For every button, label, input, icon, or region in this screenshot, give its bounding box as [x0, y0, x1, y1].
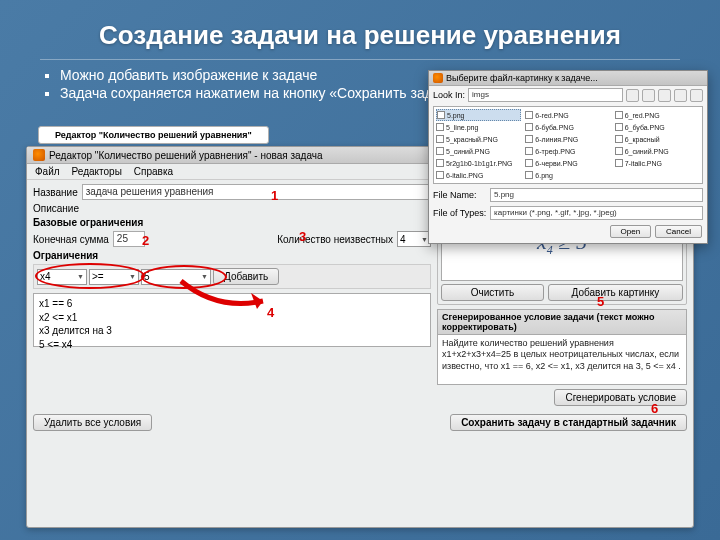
name-input[interactable]: задача решения уравнения: [82, 184, 431, 200]
constraints-list[interactable]: x1 == 6 x2 <= x1 x3 делится на 3 5 <= x4: [33, 293, 431, 347]
file-label: 5_красный.PNG: [446, 136, 498, 143]
save-task-button[interactable]: Сохранить задачу в стандартный задачник: [450, 414, 687, 431]
file-type-label: File of Types:: [433, 208, 487, 218]
constraint-item: x2 <= x1: [39, 311, 425, 325]
unknowns-select[interactable]: 4▼: [397, 231, 431, 247]
file-label: 6-буба.PNG: [535, 124, 574, 131]
dialog-title: Выберите файл-картинку к задаче...: [446, 73, 598, 83]
file-label: 5_line.png: [446, 124, 478, 131]
file-icon: [615, 135, 623, 143]
file-label: 5.png: [447, 112, 465, 119]
unknowns-label: Количество неизвестных: [277, 234, 393, 245]
file-item[interactable]: 6-треф.PNG: [525, 145, 610, 157]
file-item[interactable]: 5.png: [436, 109, 521, 121]
var-select[interactable]: x4▼: [37, 269, 87, 285]
delete-all-button[interactable]: Удалить все условия: [33, 414, 152, 431]
base-constraints-header: Базовые ограничения: [33, 217, 431, 228]
constraints-header: Ограничения: [33, 250, 431, 261]
file-item[interactable]: 6_red.PNG: [615, 109, 700, 121]
java-icon: [433, 73, 443, 83]
file-type-select[interactable]: картинки (*.png, *.gif, *.jpg, *.jpeg): [490, 206, 703, 220]
file-icon: [525, 111, 533, 119]
file-label: 6-линия.PNG: [535, 136, 578, 143]
editor-tab[interactable]: Редактор "Количество решений уравнения": [38, 126, 269, 144]
look-in-select[interactable]: imgs: [468, 88, 623, 102]
detail-view-icon[interactable]: [690, 89, 703, 102]
file-item[interactable]: 6.png: [525, 169, 610, 181]
up-folder-icon[interactable]: [626, 89, 639, 102]
constraint-item: 5 <= x4: [39, 338, 425, 352]
separator: [40, 59, 680, 60]
file-label: 6-red.PNG: [535, 112, 568, 119]
cancel-button[interactable]: Cancel: [655, 225, 702, 238]
dialog-titlebar: Выберите файл-картинку к задаче...: [429, 71, 707, 86]
file-label: 6_red.PNG: [625, 112, 660, 119]
desc-label: Описание: [33, 203, 79, 214]
file-item[interactable]: 5_line.png: [436, 121, 521, 133]
new-folder-icon[interactable]: [658, 89, 671, 102]
operator-select[interactable]: >=▼: [89, 269, 139, 285]
file-label: 6_буба.PNG: [625, 124, 665, 131]
endsum-input[interactable]: 25: [113, 231, 145, 247]
value-select[interactable]: 5▼: [141, 269, 211, 285]
open-button[interactable]: Open: [610, 225, 652, 238]
constraint-builder: x4▼ >=▼ 5▼ Добавить: [33, 264, 431, 289]
menu-editors[interactable]: Редакторы: [72, 166, 122, 177]
java-icon: [33, 149, 45, 161]
file-item[interactable]: 6-red.PNG: [525, 109, 610, 121]
file-label: 6.png: [535, 172, 553, 179]
file-icon: [436, 171, 444, 179]
add-picture-button[interactable]: Добавить картинку: [548, 284, 683, 301]
endsum-label: Конечная сумма: [33, 234, 109, 245]
file-label: 6-черви.PNG: [535, 160, 577, 167]
file-label: 5_синий.PNG: [446, 148, 490, 155]
menu-help[interactable]: Справка: [134, 166, 173, 177]
file-item[interactable]: 6-черви.PNG: [525, 157, 610, 169]
file-label: 6_красный: [625, 136, 660, 143]
file-icon: [436, 147, 444, 155]
file-list[interactable]: 5.png6-red.PNG6_red.PNG5_line.png6-буба.…: [433, 106, 703, 184]
file-item[interactable]: 6_буба.PNG: [615, 121, 700, 133]
look-in-label: Look In:: [433, 90, 465, 100]
file-icon: [525, 171, 533, 179]
file-icon: [615, 111, 623, 119]
file-item[interactable]: 6_красный: [615, 133, 700, 145]
generated-text-area[interactable]: Найдите количество решений уравнения x1+…: [437, 335, 687, 385]
file-label: 6-italic.PNG: [446, 172, 483, 179]
clear-picture-button[interactable]: Очистить: [441, 284, 544, 301]
left-column: Название задача решения уравнения Описан…: [33, 184, 431, 406]
file-icon: [436, 123, 444, 131]
file-item[interactable]: 6_синий.PNG: [615, 145, 700, 157]
add-constraint-button[interactable]: Добавить: [213, 268, 279, 285]
file-item[interactable]: 6-линия.PNG: [525, 133, 610, 145]
constraint-item: x1 == 6: [39, 297, 425, 311]
file-icon: [525, 147, 533, 155]
menu-file[interactable]: Файл: [35, 166, 60, 177]
file-chooser-dialog: Выберите файл-картинку к задаче... Look …: [428, 70, 708, 244]
file-item[interactable]: 5r2g1b0-1b1g1r.PNG: [436, 157, 521, 169]
file-icon: [437, 111, 445, 119]
file-icon: [615, 147, 623, 155]
file-label: 5r2g1b0-1b1g1r.PNG: [446, 160, 513, 167]
file-icon: [525, 159, 533, 167]
file-item[interactable]: 6-буба.PNG: [525, 121, 610, 133]
constraint-item: x3 делится на 3: [39, 324, 425, 338]
generated-text-header: Сгенерированное условие задачи (текст мо…: [437, 309, 687, 335]
file-label: 6-треф.PNG: [535, 148, 575, 155]
file-icon: [525, 123, 533, 131]
file-item[interactable]: 5_красный.PNG: [436, 133, 521, 145]
file-item[interactable]: 6-italic.PNG: [436, 169, 521, 181]
file-icon: [615, 159, 623, 167]
file-name-input[interactable]: 5.png: [490, 188, 703, 202]
file-item[interactable]: 5_синий.PNG: [436, 145, 521, 157]
file-icon: [436, 135, 444, 143]
generate-button[interactable]: Сгенерировать условие: [554, 389, 687, 406]
file-item[interactable]: 7-italic.PNG: [615, 157, 700, 169]
file-label: 6_синий.PNG: [625, 148, 669, 155]
home-icon[interactable]: [642, 89, 655, 102]
file-name-label: File Name:: [433, 190, 487, 200]
list-view-icon[interactable]: [674, 89, 687, 102]
slide-title: Создание задачи на решение уравнения: [0, 0, 720, 59]
file-icon: [436, 159, 444, 167]
file-label: 7-italic.PNG: [625, 160, 662, 167]
